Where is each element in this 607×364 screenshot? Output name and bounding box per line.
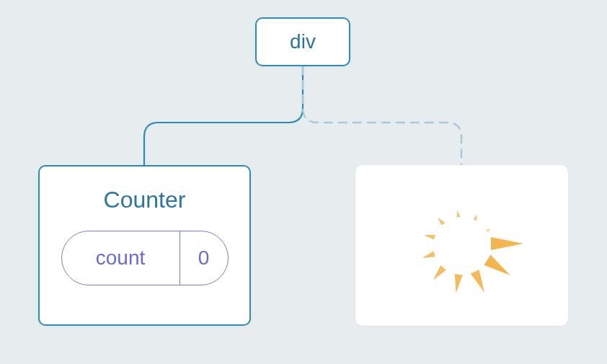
- svg-marker-6: [423, 231, 435, 239]
- svg-marker-9: [473, 213, 479, 220]
- svg-marker-5: [421, 251, 435, 259]
- counter-title: Counter: [104, 187, 186, 213]
- svg-marker-2: [470, 270, 488, 295]
- counter-node: Counter count 0: [38, 165, 251, 326]
- root-node: div: [255, 17, 350, 66]
- state-label: count: [62, 231, 180, 285]
- svg-marker-1: [484, 254, 513, 280]
- root-label: div: [290, 30, 316, 53]
- state-value: 0: [180, 231, 228, 285]
- loading-spinner-icon: [390, 174, 534, 318]
- svg-marker-3: [451, 273, 462, 293]
- loading-node: [355, 165, 568, 326]
- svg-marker-0: [491, 237, 523, 250]
- svg-marker-4: [430, 265, 446, 282]
- state-pill: count 0: [61, 231, 229, 285]
- svg-marker-10: [486, 227, 492, 232]
- svg-marker-8: [456, 210, 460, 217]
- svg-marker-7: [436, 216, 445, 225]
